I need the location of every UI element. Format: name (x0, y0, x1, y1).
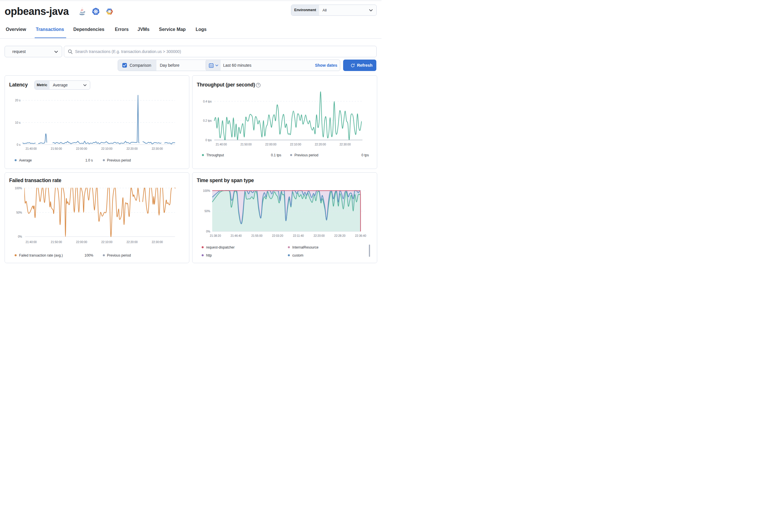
svg-text:50%: 50% (16, 211, 22, 214)
svg-text:50%: 50% (204, 210, 210, 213)
svg-text:22:03:20: 22:03:20 (272, 234, 283, 237)
svg-text:22:10:00: 22:10:00 (290, 143, 301, 146)
svg-text:22:11:40: 22:11:40 (293, 234, 304, 237)
svg-text:22:20:00: 22:20:00 (127, 147, 138, 150)
svg-text:22:30:00: 22:30:00 (340, 143, 351, 146)
svg-text:22:28:20: 22:28:20 (334, 234, 345, 237)
svg-text:0.4 tps: 0.4 tps (203, 100, 212, 103)
svg-text:22:00:00: 22:00:00 (76, 147, 87, 150)
svg-text:21:50:00: 21:50:00 (51, 147, 62, 150)
svg-text:21:50:00: 21:50:00 (51, 241, 62, 244)
svg-text:21:40:00: 21:40:00 (216, 143, 227, 146)
svg-text:21:50:00: 21:50:00 (241, 143, 252, 146)
svg-text:22:00:00: 22:00:00 (265, 143, 276, 146)
svg-text:21:46:40: 21:46:40 (231, 234, 242, 237)
svg-text:100%: 100% (203, 189, 210, 192)
svg-text:0 tps: 0 tps (205, 139, 212, 142)
svg-text:22:20:00: 22:20:00 (314, 234, 325, 237)
svg-text:22:20:00: 22:20:00 (315, 143, 326, 146)
svg-text:22:30:00: 22:30:00 (152, 241, 163, 244)
svg-text:22:30:00: 22:30:00 (152, 147, 163, 150)
svg-text:0.2 tps: 0.2 tps (203, 119, 212, 122)
svg-text:0 s: 0 s (17, 143, 20, 146)
svg-text:21:40:00: 21:40:00 (26, 147, 37, 150)
svg-text:0%: 0% (18, 235, 22, 238)
svg-text:21:38:20: 21:38:20 (210, 234, 221, 237)
svg-text:22:20:00: 22:20:00 (127, 241, 138, 244)
svg-text:10 s: 10 s (15, 121, 21, 124)
svg-text:22:00:00: 22:00:00 (76, 241, 87, 244)
svg-text:100%: 100% (15, 187, 22, 190)
svg-text:20 s: 20 s (15, 99, 21, 102)
svg-text:0%: 0% (206, 230, 210, 233)
svg-text:21:55:00: 21:55:00 (251, 234, 262, 237)
svg-text:22:36:40: 22:36:40 (355, 234, 366, 237)
svg-text:21:40:00: 21:40:00 (26, 241, 37, 244)
svg-text:22:10:00: 22:10:00 (101, 147, 113, 150)
svg-text:22:10:00: 22:10:00 (101, 241, 113, 244)
